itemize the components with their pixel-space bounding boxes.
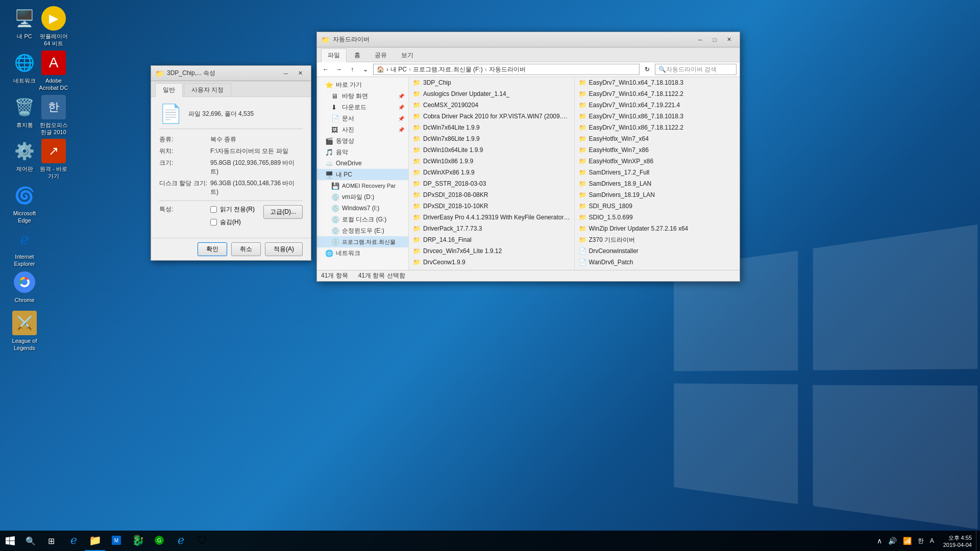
nav-item-photos[interactable]: 🖼사진 📌 — [317, 124, 408, 135]
file-item[interactable]: 📁DcWin7x86Lite 1.9.9 — [409, 133, 574, 144]
taskbar-explorer-icon[interactable]: 📁 — [85, 531, 105, 551]
dialog-close-button[interactable]: ✕ — [293, 68, 307, 79]
file-item[interactable]: 📁SamDrivers_18.19_LAN — [575, 189, 740, 201]
apply-button[interactable]: 적용(A) — [265, 242, 303, 256]
file-item[interactable]: 📁Cobra Driver Pack 2010 for XP.VISTA.WIN… — [409, 111, 574, 122]
prop-type-value: 복수 종류 — [210, 135, 303, 144]
file-item[interactable]: 📁EasyHotfix_Win7_x86 — [575, 144, 740, 156]
desktop-icon-hancom[interactable]: 한 한컴오피스한글 2010 — [33, 93, 74, 138]
tray-eng[interactable]: A — [929, 536, 935, 545]
file-item[interactable]: 📁WinZip Driver Updater 5.27.2.16 x64 — [575, 223, 740, 234]
taskbar-view-button[interactable]: ⊞ — [41, 531, 61, 551]
file-item[interactable]: 📁DPxSDI_2018-10-10KR — [409, 201, 574, 212]
recent-locations-button[interactable]: ⌄ — [360, 64, 371, 75]
up-button[interactable]: ↑ — [347, 64, 358, 75]
file-item[interactable]: 📁DRP_14.16_Final — [409, 234, 574, 245]
nav-item-videos[interactable]: 🎬동영상 — [317, 135, 408, 146]
nav-item-sunjung[interactable]: 💿순정윈도우 (E:) — [317, 225, 408, 236]
maximize-button[interactable]: □ — [708, 35, 721, 45]
nav-item-network[interactable]: 🌐네트워크 — [317, 247, 408, 259]
show-desktop-button[interactable] — [976, 531, 980, 551]
nav-item-quick-access[interactable]: ⭐바로 가기 — [317, 79, 408, 90]
file-item[interactable]: 📁DrvCeonw1.9.9 — [409, 257, 574, 268]
nav-item-music[interactable]: 🎵음악 — [317, 146, 408, 158]
back-button[interactable]: ← — [320, 64, 331, 75]
taskbar-search-button[interactable]: 🔍 — [20, 531, 41, 551]
file-item[interactable]: 📁SDIO_1.5.0.699 — [575, 212, 740, 223]
dialog-minimize-button[interactable]: ─ — [279, 68, 292, 79]
tab-file[interactable]: 파일 — [321, 48, 347, 62]
nav-item-local-g[interactable]: 💿로컬 디스크 (G:) — [317, 214, 408, 225]
file-item[interactable]: 📁EasyHotfix_Win7_x64 — [575, 133, 740, 144]
taskbar-icon-3[interactable]: M — [106, 531, 127, 551]
tab-view[interactable]: 보기 — [395, 48, 420, 62]
file-item[interactable]: 📁DcWin10x86 1.9.9 — [409, 156, 574, 167]
nav-item-documents[interactable]: 📄문서 📌 — [317, 113, 408, 124]
readonly-checkbox[interactable] — [210, 206, 217, 213]
hidden-checkbox[interactable] — [210, 219, 217, 226]
tab-home[interactable]: 홈 — [348, 48, 367, 62]
nav-item-aomei[interactable]: 💾AOMEI Recovery Par — [317, 180, 408, 191]
dialog-tab-general[interactable]: 일반 — [155, 83, 183, 97]
file-item[interactable]: 📁EasyDrv7_Win10.x64_7.18.1018.3 — [575, 77, 740, 88]
nav-item-onedrive[interactable]: ☁️OneDrive — [317, 158, 408, 169]
nav-item-my-pc[interactable]: 🖥️내 PC — [317, 169, 408, 180]
advanced-button[interactable]: 고급(D)... — [263, 205, 303, 219]
file-item[interactable]: 📁Drvceo_Win7x64_Lite 1.9.12 — [409, 245, 574, 257]
file-item[interactable]: 📁DcWinXPx86 1.9.9 — [409, 167, 574, 178]
cancel-button[interactable]: 취소 — [231, 242, 261, 256]
desktop-icon-edge[interactable]: 🌀 MicrosoftEdge — [4, 181, 45, 227]
file-item[interactable]: 📄DrvCeonwinstaller — [575, 245, 740, 257]
taskbar-clock[interactable]: 오후 4:55 2019-04-04 — [939, 534, 976, 548]
close-button[interactable]: ✕ — [722, 35, 736, 45]
search-box[interactable]: 🔍 자동드라이버 검색 — [655, 64, 737, 75]
desktop-icon-adobe[interactable]: A AdobeAcrobat DC — [33, 48, 74, 94]
file-item[interactable]: 📁DcWin10x64Lite 1.9.9 — [409, 144, 574, 156]
tray-language[interactable]: 한 — [917, 536, 925, 546]
nav-item-programs-f[interactable]: 💿프로그램.자료.최신물 — [317, 236, 408, 247]
file-item[interactable]: 📁SamDrivers_17.2_Full — [575, 167, 740, 178]
tray-chevron[interactable]: ∧ — [876, 536, 883, 546]
file-item[interactable]: 📁DriverEasy Pro 4.4.1.29319 With KeyFile… — [409, 212, 574, 223]
file-item[interactable]: 📁EasyHotfix_WinXP_x86 — [575, 156, 740, 167]
desktop-icon-chrome[interactable]: Chrome — [4, 268, 45, 306]
file-item[interactable]: 📁DriverPack_17.7.73.3 — [409, 223, 574, 234]
minimize-button[interactable]: ─ — [694, 35, 707, 45]
desktop-icon-lol[interactable]: ⚔️ League ofLegends — [4, 309, 45, 354]
nav-item-downloads[interactable]: ⬇다운로드 📌 — [317, 102, 408, 113]
dialog-tab-custom[interactable]: 사용자 지정 — [184, 83, 231, 96]
file-item[interactable]: 📁DcWin7x64Lite 1.9.9 — [409, 122, 574, 133]
confirm-button[interactable]: 확인 — [198, 242, 227, 256]
desktop-icon-flash-player[interactable]: ▶ 팟플레이어64 비트 — [33, 4, 74, 49]
file-item[interactable]: 📁EasyDrv7_Win10.x64_7.19.221.4 — [575, 99, 740, 111]
file-item[interactable]: 📁SamDrivers_18.9_LAN — [575, 178, 740, 189]
file-item[interactable]: 📁Auslogics Driver Updater_1.14_ — [409, 88, 574, 99]
address-path-display[interactable]: 🏠 › 내 PC › 프로그램.자료.최신물 (F:) › 자동드라이버 — [373, 64, 640, 75]
taskbar-icon-5[interactable]: G — [149, 531, 169, 551]
nav-item-vm-d[interactable]: 💿vm파일 (D:) — [317, 191, 408, 203]
taskbar-icon-ie2[interactable]: ℯ — [170, 531, 191, 551]
taskbar-ie-icon[interactable]: ℯ — [63, 531, 84, 551]
desktop-icon-ie[interactable]: ℯ InternetExplorer — [4, 224, 45, 270]
taskbar-icon-4[interactable]: 🐉 — [128, 531, 148, 551]
nav-item-desktop[interactable]: 🖥바탕 화면 📌 — [317, 90, 408, 102]
file-item[interactable]: 📁3DP_Chip — [409, 77, 574, 88]
file-item[interactable]: 📁EasyDrv7_Win10.x86_7.18.1122.2 — [575, 122, 740, 133]
nav-item-win7[interactable]: 💿Windows7 (I:) — [317, 203, 408, 214]
refresh-button[interactable]: ↻ — [642, 64, 653, 75]
tray-network[interactable]: 📶 — [902, 536, 913, 546]
file-item[interactable]: 📁SDI_RUS_1809 — [575, 201, 740, 212]
file-item[interactable]: 📁EasyDrv7_Win10.x64_7.18.1122.2 — [575, 88, 740, 99]
start-button[interactable] — [0, 531, 20, 551]
file-item[interactable]: 📁DPxSDI_2018-08-08KR — [409, 189, 574, 201]
taskbar-icon-7[interactable]: 🛡 — [192, 531, 212, 551]
file-item[interactable]: 📄WanDrv6_Patch — [575, 257, 740, 268]
tab-share[interactable]: 공유 — [368, 48, 394, 62]
file-item[interactable]: 📁EasyDrv7_Win10.x86_7.18.1018.3 — [575, 111, 740, 122]
desktop-icon-remote[interactable]: ↗ 원격 - 바로가기 — [33, 137, 74, 182]
file-item[interactable]: 📁CeoMSX_20190204 — [409, 99, 574, 111]
tray-speaker[interactable]: 🔊 — [887, 536, 898, 546]
file-item[interactable]: 📁DP_SSTR_2018-03-03 — [409, 178, 574, 189]
forward-button[interactable]: → — [333, 64, 345, 75]
file-item[interactable]: 📁Z370 기드라이버 — [575, 234, 740, 245]
